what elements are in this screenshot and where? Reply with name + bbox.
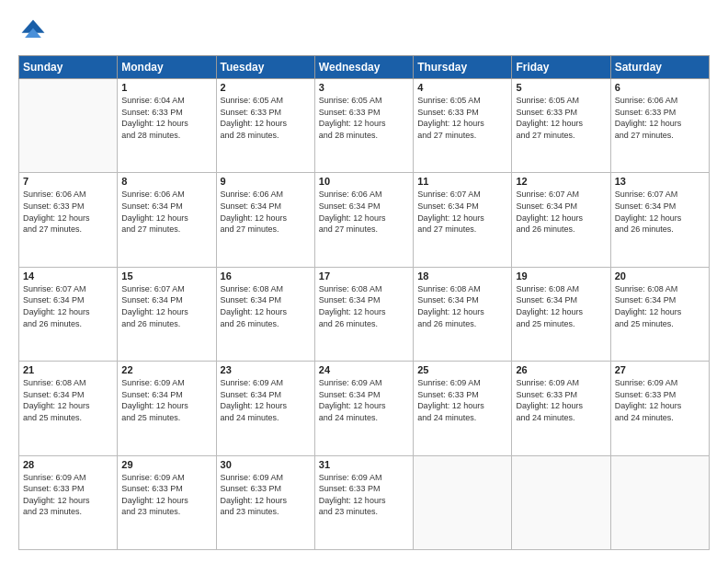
day-info: Sunrise: 6:09 AM Sunset: 6:33 PM Dayligh… (615, 377, 705, 423)
weekday-tuesday: Tuesday (216, 56, 314, 79)
day-info: Sunrise: 6:09 AM Sunset: 6:34 PM Dayligh… (319, 377, 409, 423)
calendar-cell: 2Sunrise: 6:05 AM Sunset: 6:33 PM Daylig… (216, 79, 314, 173)
day-info: Sunrise: 6:07 AM Sunset: 6:34 PM Dayligh… (516, 189, 606, 235)
day-info: Sunrise: 6:09 AM Sunset: 6:33 PM Dayligh… (516, 377, 606, 423)
day-number: 13 (615, 176, 705, 187)
day-number: 3 (319, 82, 409, 93)
calendar-week-2: 14Sunrise: 6:07 AM Sunset: 6:34 PM Dayli… (19, 267, 710, 361)
calendar-week-1: 7Sunrise: 6:06 AM Sunset: 6:33 PM Daylig… (19, 173, 710, 267)
calendar-cell: 14Sunrise: 6:07 AM Sunset: 6:34 PM Dayli… (19, 267, 118, 361)
calendar-cell (19, 79, 118, 173)
day-number: 18 (417, 270, 507, 282)
calendar-cell: 25Sunrise: 6:09 AM Sunset: 6:33 PM Dayli… (414, 362, 512, 455)
day-number: 24 (319, 364, 409, 375)
day-number: 23 (221, 364, 311, 375)
calendar-cell: 9Sunrise: 6:06 AM Sunset: 6:34 PM Daylig… (216, 173, 314, 267)
day-info: Sunrise: 6:09 AM Sunset: 6:34 PM Dayligh… (221, 377, 311, 423)
calendar-cell: 21Sunrise: 6:08 AM Sunset: 6:34 PM Dayli… (19, 362, 118, 455)
day-number: 31 (319, 459, 409, 470)
day-info: Sunrise: 6:09 AM Sunset: 6:34 PM Dayligh… (121, 377, 211, 423)
day-number: 12 (516, 176, 606, 187)
day-info: Sunrise: 6:09 AM Sunset: 6:33 PM Dayligh… (23, 472, 113, 518)
day-number: 14 (23, 270, 113, 282)
calendar-cell: 22Sunrise: 6:09 AM Sunset: 6:34 PM Dayli… (118, 362, 216, 455)
logo (18, 17, 51, 46)
day-info: Sunrise: 6:08 AM Sunset: 6:34 PM Dayligh… (221, 283, 311, 329)
day-number: 21 (23, 364, 113, 375)
day-info: Sunrise: 6:07 AM Sunset: 6:34 PM Dayligh… (23, 283, 113, 329)
day-number: 22 (121, 364, 211, 375)
day-number: 11 (417, 176, 507, 187)
day-info: Sunrise: 6:06 AM Sunset: 6:33 PM Dayligh… (615, 95, 705, 141)
calendar-cell: 17Sunrise: 6:08 AM Sunset: 6:34 PM Dayli… (314, 267, 413, 361)
day-number: 16 (221, 270, 311, 282)
day-info: Sunrise: 6:06 AM Sunset: 6:34 PM Dayligh… (221, 189, 311, 235)
calendar-cell: 5Sunrise: 6:05 AM Sunset: 6:33 PM Daylig… (512, 79, 610, 173)
day-info: Sunrise: 6:09 AM Sunset: 6:33 PM Dayligh… (121, 472, 211, 518)
calendar-cell: 18Sunrise: 6:08 AM Sunset: 6:34 PM Dayli… (414, 267, 512, 361)
day-number: 10 (319, 176, 409, 187)
calendar-cell: 13Sunrise: 6:07 AM Sunset: 6:34 PM Dayli… (610, 173, 709, 267)
calendar-cell: 16Sunrise: 6:08 AM Sunset: 6:34 PM Dayli… (216, 267, 314, 361)
day-info: Sunrise: 6:06 AM Sunset: 6:34 PM Dayligh… (121, 189, 211, 235)
calendar-cell: 27Sunrise: 6:09 AM Sunset: 6:33 PM Dayli… (610, 362, 709, 455)
calendar-cell: 26Sunrise: 6:09 AM Sunset: 6:33 PM Dayli… (512, 362, 610, 455)
calendar-cell: 12Sunrise: 6:07 AM Sunset: 6:34 PM Dayli… (512, 173, 610, 267)
calendar-cell: 7Sunrise: 6:06 AM Sunset: 6:33 PM Daylig… (19, 173, 118, 267)
day-number: 27 (615, 364, 705, 375)
calendar-cell: 20Sunrise: 6:08 AM Sunset: 6:34 PM Dayli… (610, 267, 709, 361)
day-number: 30 (221, 459, 311, 470)
calendar-cell: 19Sunrise: 6:08 AM Sunset: 6:34 PM Dayli… (512, 267, 610, 361)
day-number: 5 (516, 82, 606, 93)
day-number: 25 (417, 364, 507, 375)
day-number: 6 (615, 82, 705, 93)
day-info: Sunrise: 6:07 AM Sunset: 6:34 PM Dayligh… (121, 283, 211, 329)
day-info: Sunrise: 6:06 AM Sunset: 6:34 PM Dayligh… (319, 189, 409, 235)
day-info: Sunrise: 6:05 AM Sunset: 6:33 PM Dayligh… (516, 95, 606, 141)
day-info: Sunrise: 6:06 AM Sunset: 6:33 PM Dayligh… (23, 189, 113, 235)
weekday-friday: Friday (512, 56, 610, 79)
day-number: 7 (23, 176, 113, 187)
day-info: Sunrise: 6:07 AM Sunset: 6:34 PM Dayligh… (417, 189, 507, 235)
day-number: 1 (121, 82, 211, 93)
day-number: 19 (516, 270, 606, 282)
day-info: Sunrise: 6:08 AM Sunset: 6:34 PM Dayligh… (319, 283, 409, 329)
day-info: Sunrise: 6:08 AM Sunset: 6:34 PM Dayligh… (417, 283, 507, 329)
day-number: 28 (23, 459, 113, 470)
day-info: Sunrise: 6:08 AM Sunset: 6:34 PM Dayligh… (615, 283, 705, 329)
day-info: Sunrise: 6:07 AM Sunset: 6:34 PM Dayligh… (615, 189, 705, 235)
header (18, 17, 710, 46)
day-info: Sunrise: 6:09 AM Sunset: 6:33 PM Dayligh… (417, 377, 507, 423)
calendar-table: SundayMondayTuesdayWednesdayThursdayFrid… (18, 55, 710, 550)
calendar-cell: 15Sunrise: 6:07 AM Sunset: 6:34 PM Dayli… (118, 267, 216, 361)
calendar-week-0: 1Sunrise: 6:04 AM Sunset: 6:33 PM Daylig… (19, 79, 710, 173)
day-number: 8 (121, 176, 211, 187)
calendar-cell (414, 455, 512, 549)
calendar-week-4: 28Sunrise: 6:09 AM Sunset: 6:33 PM Dayli… (19, 455, 710, 549)
day-info: Sunrise: 6:08 AM Sunset: 6:34 PM Dayligh… (23, 377, 113, 423)
calendar-cell: 1Sunrise: 6:04 AM Sunset: 6:33 PM Daylig… (118, 79, 216, 173)
calendar-cell: 28Sunrise: 6:09 AM Sunset: 6:33 PM Dayli… (19, 455, 118, 549)
day-info: Sunrise: 6:04 AM Sunset: 6:33 PM Dayligh… (121, 95, 211, 141)
day-number: 26 (516, 364, 606, 375)
calendar-cell: 4Sunrise: 6:05 AM Sunset: 6:33 PM Daylig… (414, 79, 512, 173)
day-number: 9 (221, 176, 311, 187)
calendar-cell: 23Sunrise: 6:09 AM Sunset: 6:34 PM Dayli… (216, 362, 314, 455)
weekday-monday: Monday (118, 56, 216, 79)
calendar-cell: 8Sunrise: 6:06 AM Sunset: 6:34 PM Daylig… (118, 173, 216, 267)
weekday-wednesday: Wednesday (314, 56, 413, 79)
calendar-cell: 29Sunrise: 6:09 AM Sunset: 6:33 PM Dayli… (118, 455, 216, 549)
calendar-cell: 30Sunrise: 6:09 AM Sunset: 6:33 PM Dayli… (216, 455, 314, 549)
day-info: Sunrise: 6:08 AM Sunset: 6:34 PM Dayligh… (516, 283, 606, 329)
day-info: Sunrise: 6:09 AM Sunset: 6:33 PM Dayligh… (221, 472, 311, 518)
weekday-saturday: Saturday (610, 56, 709, 79)
day-info: Sunrise: 6:05 AM Sunset: 6:33 PM Dayligh… (221, 95, 311, 141)
day-info: Sunrise: 6:05 AM Sunset: 6:33 PM Dayligh… (417, 95, 507, 141)
calendar-week-3: 21Sunrise: 6:08 AM Sunset: 6:34 PM Dayli… (19, 362, 710, 455)
calendar-cell (610, 455, 709, 549)
weekday-header-row: SundayMondayTuesdayWednesdayThursdayFrid… (19, 56, 710, 79)
logo-icon (18, 17, 48, 46)
day-info: Sunrise: 6:05 AM Sunset: 6:33 PM Dayligh… (319, 95, 409, 141)
day-number: 2 (221, 82, 311, 93)
day-number: 20 (615, 270, 705, 282)
